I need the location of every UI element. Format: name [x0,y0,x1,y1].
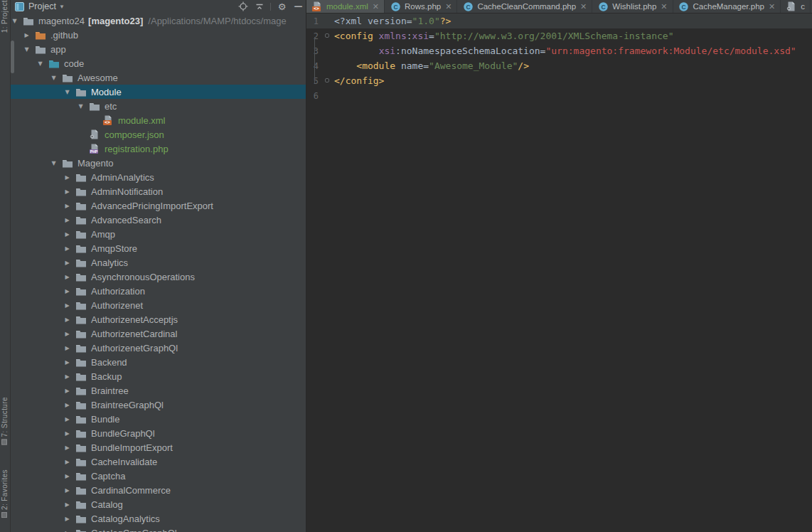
chevron-right-icon[interactable]: ▶ [63,316,71,323]
tree-row[interactable]: ▶AsynchronousOperations [11,270,306,284]
tree-row[interactable]: ▼etc [11,99,306,113]
tree-row[interactable]: ▶AmqpStore [11,241,306,255]
chevron-right-icon[interactable]: ▶ [63,302,71,309]
close-tab-icon[interactable]: ✕ [445,3,452,11]
tree-row[interactable]: ▼code [11,56,306,70]
tree-row[interactable]: ▶Backend [11,355,306,369]
tree-row[interactable]: ▶CardinalCommerce [11,483,306,497]
tree-row[interactable]: ▶Analytics [11,255,306,270]
chevron-right-icon[interactable]: ▶ [63,530,71,532]
locate-file-icon[interactable] [237,1,248,12]
tree-row[interactable]: ▶AdminNotification [11,184,306,198]
settings-gear-icon[interactable]: ⚙ [277,1,287,12]
chevron-right-icon[interactable]: ▶ [63,473,71,479]
editor-tab[interactable]: CCacheManager.php✕ [673,0,781,13]
fold-marker-icon[interactable] [325,33,329,38]
code-line[interactable]: 4 <module name="Awesome_Module"/> [306,58,812,73]
tree-row[interactable]: ▶Amqp [11,227,306,241]
chevron-right-icon[interactable]: ▶ [63,174,71,181]
tree-row[interactable]: ▶Authorizenet [11,298,306,312]
chevron-right-icon[interactable]: ▶ [63,331,71,337]
close-tab-icon[interactable]: ✕ [580,3,587,11]
chevron-right-icon[interactable]: ▶ [63,487,71,494]
tree-row[interactable]: ▼Awesome [11,70,306,85]
panel-editor-divider[interactable] [306,0,306,532]
tree-row[interactable]: ▶Backup [11,369,306,383]
chevron-down-icon[interactable]: ▼ [63,89,71,95]
tree-row[interactable]: ▶AdminAnalytics [11,170,306,184]
chevron-right-icon[interactable]: ▶ [63,188,71,195]
editor-tab[interactable]: CRows.php✕ [385,0,457,13]
tree-row[interactable]: ▶AuthorizenetAcceptjs [11,312,306,326]
hide-panel-icon[interactable]: — [293,1,304,12]
chevron-down-icon[interactable]: ▼ [11,18,18,24]
editor-tab[interactable]: CWishlist.php✕ [592,0,673,13]
chevron-down-icon[interactable]: ▼ [50,75,58,81]
fold-marker-icon[interactable] [325,78,329,83]
chevron-right-icon[interactable]: ▶ [63,231,71,238]
chevron-right-icon[interactable]: ▶ [63,402,71,408]
code-line[interactable]: 2<config xmlns:xsi="http://www.w3.org/20… [306,28,812,43]
chevron-right-icon[interactable]: ▶ [63,516,71,522]
chevron-right-icon[interactable]: ▶ [63,345,71,351]
tree-row[interactable]: ▶BundleGraphQl [11,426,306,440]
chevron-right-icon[interactable]: ▶ [63,430,71,437]
code-line[interactable]: 1<?xml version="1.0"?> [306,14,812,28]
tree-row[interactable]: ▶CatalogCmsGraphQl [11,526,306,532]
chevron-right-icon[interactable]: ▶ [63,217,71,223]
close-tab-icon[interactable]: ✕ [373,3,379,11]
chevron-right-icon[interactable]: ▶ [63,416,71,422]
code-line[interactable]: 5</config> [306,73,812,88]
chevron-right-icon[interactable]: ▶ [63,359,71,366]
tree-row[interactable]: ▼Magento [11,156,306,170]
chevron-right-icon[interactable]: ▶ [63,203,71,209]
tree-row[interactable]: ▶BraintreeGraphQl [11,398,306,412]
code-line[interactable]: 3 xsi:noNamespaceSchemaLocation="urn:mag… [306,43,812,58]
tree-row[interactable]: ▶AuthorizenetGraphQl [11,341,306,355]
editor-tab[interactable]: CCacheCleanCommand.php✕ [457,0,592,13]
tree-row[interactable]: ▶Bundle [11,412,306,426]
tree-row[interactable]: PHPregistration.php [11,142,306,156]
chevron-down-icon[interactable]: ▼ [36,60,44,67]
tree-row[interactable]: ▶CatalogAnalytics [11,511,306,526]
tree-row[interactable]: ▶Captcha [11,469,306,483]
editor-tab[interactable]: <>module.xml✕ [306,0,385,13]
tree-row[interactable]: ▶Authorization [11,284,306,298]
tree-row[interactable]: ▶Catalog [11,497,306,511]
tree-row[interactable]: ▶BundleImportExport [11,440,306,454]
tree-row[interactable]: <>module.xml [11,113,306,127]
chevron-right-icon[interactable]: ▶ [63,459,71,465]
close-tab-icon[interactable]: ✕ [769,3,775,11]
chevron-down-icon[interactable]: ▼ [59,4,65,10]
chevron-down-icon[interactable]: ▼ [77,103,85,110]
code-line[interactable]: 6 [306,88,812,103]
tree-row[interactable]: ▶.github [11,28,306,42]
tree-row[interactable]: composer.json [11,127,306,142]
chevron-right-icon[interactable]: ▶ [63,274,71,280]
close-tab-icon[interactable]: ✕ [661,3,667,11]
chevron-down-icon[interactable]: ▼ [23,46,31,53]
chevron-right-icon[interactable]: ▶ [63,388,71,394]
chevron-right-icon[interactable]: ▶ [23,32,31,38]
chevron-right-icon[interactable]: ▶ [63,501,71,508]
chevron-right-icon[interactable]: ▶ [63,288,71,294]
chevron-right-icon[interactable]: ▶ [63,445,71,451]
chevron-right-icon[interactable]: ▶ [63,245,71,252]
code-editor[interactable]: 1<?xml version="1.0"?>2<config xmlns:xsi… [306,14,812,103]
tool-button-favorites[interactable]: 2: Favorites [1,469,9,518]
tree-row[interactable]: ▶AdvancedSearch [11,213,306,227]
tree-row[interactable]: ▼app [11,42,306,56]
tree-row[interactable]: ▶AuthorizenetCardinal [11,326,306,341]
chevron-right-icon[interactable]: ▶ [63,373,71,380]
tree-row[interactable]: ▼magento24[magento23]/Applications/MAMP/… [11,14,306,28]
chevron-down-icon[interactable]: ▼ [50,160,58,166]
chevron-right-icon[interactable]: ▶ [63,260,71,266]
tool-button-project[interactable]: 1: Project [1,0,9,33]
editor-tab[interactable]: c [781,0,811,13]
tree-row[interactable]: ▶CacheInvalidate [11,454,306,469]
tree-row[interactable]: ▶AdvancedPricingImportExport [11,198,306,213]
tree-row[interactable]: ▶Braintree [11,383,306,398]
tree-row[interactable]: ▼Module [11,85,306,99]
collapse-all-icon[interactable] [254,1,265,12]
tool-button-structure[interactable]: 7: Structure [1,397,9,445]
